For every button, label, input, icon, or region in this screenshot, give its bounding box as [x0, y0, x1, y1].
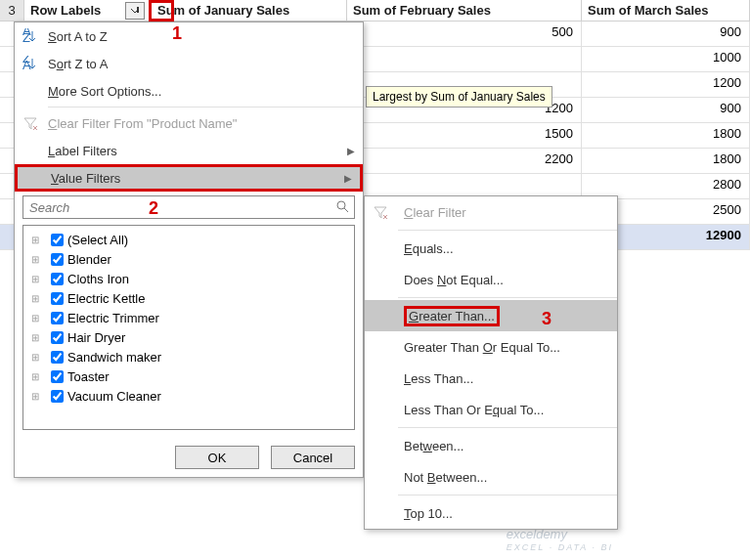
feb-cell[interactable]: 2200 — [347, 149, 582, 173]
sub-not-equal[interactable]: Does Not Equal... — [365, 264, 617, 295]
sort-asc-label: Sort A to Z — [48, 29, 108, 44]
sub-top10[interactable]: Top 10... — [365, 497, 617, 529]
clear-filter-label: Clear Filter From "Product Name" — [48, 116, 237, 131]
cancel-button[interactable]: Cancel — [271, 446, 355, 469]
sort-desc-label: Sort Z to A — [48, 57, 108, 71]
annotation-3: 3 — [542, 309, 551, 329]
dropdown-arrow-icon — [130, 6, 140, 16]
feb-sales-header[interactable]: Sum of February Sales — [347, 0, 582, 21]
submenu-arrow-icon: ▶ — [347, 146, 355, 156]
filter-item-label: Hair Dryer — [67, 330, 125, 345]
row-labels-header[interactable]: Row Labels — [24, 0, 152, 21]
sort-asc-item[interactable]: AZ Sort A to Z — [15, 22, 363, 50]
sub-equals[interactable]: Equals... — [365, 233, 617, 264]
mar-cell[interactable]: 1800 — [582, 149, 750, 173]
sub-clear-filter: Clear Filter — [365, 196, 617, 228]
list-item[interactable]: ⊞Electric Trimmer — [27, 308, 350, 327]
tree-connector-icon: ⊞ — [31, 274, 51, 284]
filter-checkbox[interactable] — [51, 331, 64, 344]
sort-filter-menu: AZ Sort A to Z ZA Sort Z to A More Sort … — [14, 22, 364, 478]
mar-cell[interactable]: 1000 — [582, 47, 750, 71]
filter-checkbox[interactable] — [51, 273, 64, 285]
filter-checkbox[interactable] — [51, 234, 64, 246]
clear-filter-icon — [371, 202, 390, 222]
clear-filter-icon — [21, 113, 40, 133]
tree-connector-icon: ⊞ — [31, 352, 51, 363]
filter-item-label: Toaster — [67, 369, 110, 384]
filter-item-label: Electric Kettle — [67, 291, 145, 306]
value-filters-item[interactable]: Value Filters ▶ — [15, 164, 363, 192]
feb-cell[interactable] — [347, 47, 582, 71]
search-wrap — [15, 192, 363, 223]
greater-than-highlight: Greater Than... — [404, 306, 500, 326]
list-item[interactable]: ⊞Toaster — [27, 366, 350, 386]
value-filters-submenu: Clear Filter Equals... Does Not Equal...… — [364, 195, 618, 530]
sub-greater-than[interactable]: Greater Than... — [365, 300, 617, 331]
menu-separator — [398, 230, 617, 231]
more-sort-label: More Sort Options... — [48, 84, 161, 99]
tree-connector-icon: ⊞ — [31, 235, 51, 245]
filter-item-label: Blender — [67, 252, 111, 267]
list-item[interactable]: ⊞Hair Dryer — [27, 327, 350, 347]
mar-sales-header[interactable]: Sum of March Sales — [582, 0, 750, 21]
list-item[interactable]: ⊞Sandwich maker — [27, 347, 350, 366]
more-sort-item[interactable]: More Sort Options... — [15, 77, 363, 105]
button-row: OK Cancel — [15, 438, 363, 477]
filter-checkbox[interactable] — [51, 253, 64, 266]
filter-checkbox[interactable] — [51, 370, 64, 383]
filter-item-label: Sandwich maker — [67, 350, 161, 365]
filter-item-label: Vacuum Cleaner — [67, 389, 161, 404]
filter-checkbox[interactable] — [51, 292, 64, 305]
sub-less-than[interactable]: Less Than... — [365, 363, 617, 394]
mar-cell[interactable]: 1800 — [582, 123, 750, 148]
column-header-row: 3 Row Labels Sum of January Sales Sum of… — [0, 0, 750, 22]
sub-greater-equal[interactable]: Greater Than Or Equal To... — [365, 331, 617, 363]
tree-connector-icon: ⊞ — [31, 254, 51, 265]
filter-checkbox[interactable] — [51, 390, 64, 403]
svg-text:Z: Z — [22, 30, 30, 44]
value-filters-label: Value Filters — [51, 171, 120, 186]
row-number-header: 3 — [0, 0, 24, 21]
list-item[interactable]: ⊞(Select All) — [27, 230, 350, 249]
tree-connector-icon: ⊞ — [31, 371, 51, 382]
list-item[interactable]: ⊞Vacuum Cleaner — [27, 386, 350, 406]
list-item[interactable]: ⊞Electric Kettle — [27, 288, 350, 308]
clear-filter-item: Clear Filter From "Product Name" — [15, 109, 363, 137]
filter-checkbox[interactable] — [51, 351, 64, 364]
tooltip-largest: Largest by Sum of January Sales — [366, 86, 552, 108]
menu-separator — [398, 427, 617, 428]
tree-connector-icon: ⊞ — [31, 332, 51, 343]
mar-cell[interactable]: 1200 — [582, 72, 750, 97]
ok-button[interactable]: OK — [175, 446, 259, 469]
feb-cell[interactable]: 1500 — [347, 123, 582, 148]
filter-checkbox[interactable] — [51, 312, 64, 324]
tree-connector-icon: ⊞ — [31, 313, 51, 323]
mar-cell[interactable]: 900 — [582, 98, 750, 122]
label-filters-item[interactable]: Label Filters ▶ — [15, 137, 363, 164]
search-icon — [335, 199, 349, 216]
sort-desc-item[interactable]: ZA Sort Z to A — [15, 50, 363, 77]
sub-not-between[interactable]: Not Between... — [365, 461, 617, 493]
filter-checklist[interactable]: ⊞(Select All)⊞Blender⊞Cloths Iron⊞Electr… — [22, 225, 355, 430]
mar-cell[interactable]: 900 — [582, 22, 750, 46]
row-labels-text: Row Labels — [30, 3, 101, 18]
submenu-arrow-icon: ▶ — [344, 173, 352, 184]
list-item[interactable]: ⊞Cloths Iron — [27, 269, 350, 288]
filter-item-label: Cloths Iron — [67, 272, 129, 286]
feb-cell[interactable]: 500 — [347, 22, 582, 46]
sort-asc-icon: AZ — [21, 26, 40, 46]
search-input[interactable] — [22, 195, 355, 219]
svg-point-5 — [337, 201, 345, 209]
sub-clear-label: Clear Filter — [404, 205, 466, 220]
tree-connector-icon: ⊞ — [31, 293, 51, 304]
sub-between[interactable]: Between... — [365, 430, 617, 461]
sub-less-equal[interactable]: Less Than Or Equal To... — [365, 394, 617, 425]
svg-text:A: A — [22, 58, 31, 71]
svg-rect-0 — [137, 7, 139, 13]
annotation-2: 2 — [149, 198, 158, 219]
jan-sales-header[interactable]: Sum of January Sales — [152, 0, 347, 21]
tree-connector-icon: ⊞ — [31, 391, 51, 402]
annotation-1: 1 — [172, 23, 182, 44]
list-item[interactable]: ⊞Blender — [27, 249, 350, 269]
filter-dropdown-button[interactable] — [125, 2, 145, 20]
